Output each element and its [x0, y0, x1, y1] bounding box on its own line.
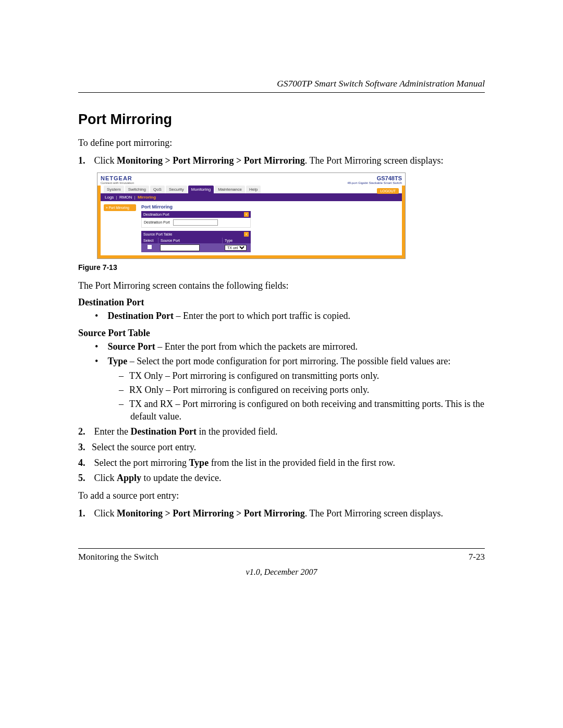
dest-bullet-desc: – Enter the port to which port traffic i…	[174, 311, 350, 321]
col-type: Type	[223, 238, 251, 243]
src-b1-desc: – Enter the port from which the packets …	[155, 341, 358, 352]
tab-system[interactable]: System	[104, 186, 124, 193]
separator: |	[134, 195, 136, 200]
src-b1-term: Source Port	[108, 341, 155, 352]
destination-port-row: Destination Port	[141, 218, 251, 228]
step-2: Enter the Destination Port in the provid…	[78, 426, 485, 438]
netgear-logo: NETGEAR	[101, 175, 134, 181]
source-port-subheading: Source Port Table	[78, 328, 485, 339]
source-table-columns: Select Source Port Type	[141, 238, 251, 243]
src-bullet-2: Type – Select the port mode configuratio…	[95, 355, 485, 423]
logo-tagline: Connect with Innovation	[101, 181, 134, 184]
procedure-steps-1: Click Monitoring > Port Mirroring > Port…	[78, 155, 485, 167]
footer-left: Monitoring the Switch	[78, 552, 158, 562]
destination-port-header-label: Destination Port	[143, 213, 169, 216]
step5-post: to update the device.	[141, 473, 221, 483]
source-port-table-header: Source Port Table ‹	[141, 231, 251, 238]
step5-pre: Click	[94, 473, 117, 483]
subnav-logs[interactable]: Logs	[105, 195, 114, 200]
destination-port-label: Destination Port	[144, 220, 170, 224]
figure-caption: Figure 7-13	[78, 263, 485, 272]
product-description: 48-port Gigabit Stackable Smart Switch	[347, 181, 402, 184]
step2-bold: Destination Port	[130, 426, 196, 437]
step4-bold: Type	[189, 458, 209, 468]
source-port-table-label: Source Port Table	[143, 232, 173, 236]
type-value-tx-and-rx: TX and RX – Port mirroring is configured…	[119, 398, 485, 423]
source-port-bullets: Source Port – Enter the port from which …	[95, 341, 485, 423]
logout-button[interactable]: LOGOUT	[377, 188, 399, 194]
sidebar-item-port-mirroring[interactable]: » Port Mirroring	[104, 204, 136, 211]
step-4: Select the port mirroring Type from the …	[78, 457, 485, 470]
src-b2-term: Type	[108, 356, 128, 366]
type-value-tx-only: TX Only – Port mirroring is configured o…	[119, 370, 485, 382]
sidebar: » Port Mirroring	[104, 204, 136, 252]
section-heading: Port Mirroring	[78, 112, 485, 128]
subnav-mirroring[interactable]: Mirroring	[138, 195, 156, 200]
figure-screenshot: NETGEAR Connect with Innovation GS748TS …	[97, 172, 406, 259]
sub-navigation: Logs | RMON | Mirroring	[101, 193, 402, 201]
tab-switching[interactable]: Switching	[125, 186, 149, 193]
tab-security[interactable]: Security	[166, 186, 187, 193]
intro-paragraph: To define port mirroring:	[78, 137, 485, 150]
step5-bold: Apply	[117, 473, 141, 483]
src-bullet-1: Source Port – Enter the port from which …	[95, 341, 485, 353]
tab-help[interactable]: Help	[246, 186, 261, 193]
col-source-port: Source Port	[158, 238, 223, 243]
step2-post: in the provided field.	[197, 426, 277, 437]
dest-bullet-term: Destination Port	[108, 311, 174, 321]
version-line: v1.0, December 2007	[78, 567, 485, 577]
footer-right: 7-23	[469, 552, 485, 562]
dest-bullet: Destination Port – Enter the port to whi…	[95, 310, 485, 323]
page-header: GS700TP Smart Switch Software Administra…	[78, 78, 485, 93]
step2-pre: Enter the	[94, 426, 131, 437]
source-port-input[interactable]	[160, 244, 200, 251]
logo-block: NETGEAR Connect with Innovation	[101, 175, 134, 184]
add-step1-bold: Monitoring > Port Mirroring > Port Mirro…	[117, 508, 305, 519]
step1-path: Monitoring > Port Mirroring > Port Mirro…	[117, 155, 305, 166]
main-panel: Port Mirroring Destination Port ‹ Destin…	[141, 204, 251, 252]
destination-port-header: Destination Port ‹	[141, 211, 251, 218]
step1-pre: Click	[94, 155, 117, 166]
collapse-icon[interactable]: ‹	[244, 212, 249, 217]
screenshot-header: NETGEAR Connect with Innovation GS748TS …	[97, 173, 405, 186]
product-model: GS748TS	[347, 175, 402, 181]
destination-port-input[interactable]	[173, 219, 218, 226]
product-info: GS748TS 48-port Gigabit Stackable Smart …	[347, 175, 402, 184]
add-step1-post: . The Port Mirroring screen displays.	[305, 508, 443, 519]
col-select: Select	[141, 238, 158, 243]
src-b2-desc: – Select the port mode configuration for…	[127, 356, 450, 366]
panel-title: Port Mirroring	[141, 204, 251, 209]
tab-qos[interactable]: QoS	[150, 186, 165, 193]
row-select-checkbox[interactable]	[148, 245, 152, 249]
add-step1-pre: Click	[94, 508, 117, 519]
subnav-rmon[interactable]: RMON	[119, 195, 132, 200]
type-value-rx-only: RX Only – Port mirroring is configured o…	[119, 384, 485, 396]
tab-maintenance[interactable]: Maintenance	[215, 186, 245, 193]
type-select[interactable]: TX only	[225, 245, 247, 251]
page-footer: Monitoring the Switch 7-23	[78, 548, 485, 562]
step4-post: from the list in the provided field in t…	[209, 458, 395, 468]
destination-port-subheading: Destination Port	[78, 297, 485, 308]
collapse-icon[interactable]: ‹	[244, 232, 249, 237]
separator: |	[116, 195, 117, 200]
procedure-steps-2: Enter the Destination Port in the provid…	[78, 426, 485, 485]
after-figure-paragraph: The Port Mirroring screen contains the f…	[78, 280, 485, 292]
step-1: Click Monitoring > Port Mirroring > Port…	[78, 155, 485, 167]
add-procedure-steps: Click Monitoring > Port Mirroring > Port…	[78, 508, 485, 520]
step1-post: . The Port Mirroring screen displays:	[305, 155, 444, 166]
step-5: Click Apply to update the device.	[78, 472, 485, 485]
tab-monitoring[interactable]: Monitoring	[188, 186, 214, 193]
document-page: GS700TP Smart Switch Software Administra…	[78, 78, 485, 577]
type-values-list: TX Only – Port mirroring is configured o…	[119, 370, 485, 423]
primary-tabs: System Switching QoS Security Monitoring…	[101, 186, 402, 193]
step4-pre: Select the port mirroring	[94, 458, 189, 468]
screenshot-body: » Port Mirroring Port Mirroring Destinat…	[101, 201, 402, 255]
add-step-1: Click Monitoring > Port Mirroring > Port…	[78, 508, 485, 520]
step-3: Select the source port entry.	[78, 441, 485, 454]
add-intro: To add a source port entry:	[78, 490, 485, 502]
destination-port-bullets: Destination Port – Enter the port to whi…	[95, 310, 485, 323]
source-table-row: TX only	[141, 243, 251, 252]
